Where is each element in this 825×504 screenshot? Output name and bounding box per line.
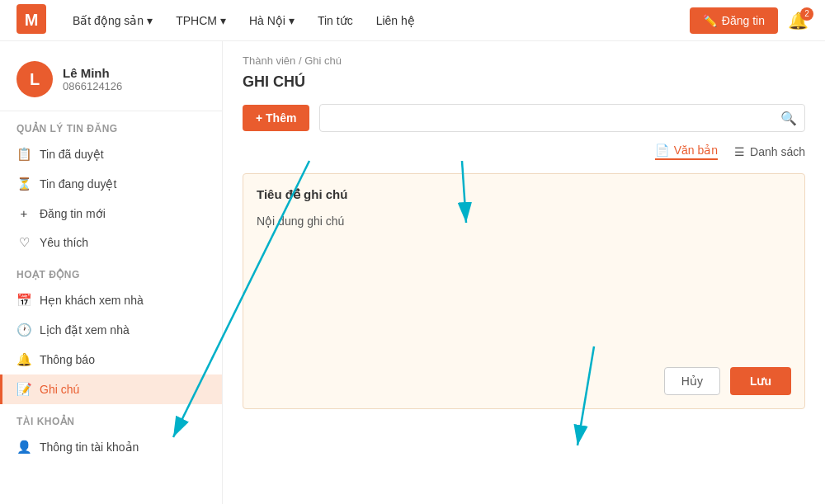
- user-details: Lê Minh 0866124126: [63, 66, 122, 92]
- list-icon: 📋: [16, 147, 31, 162]
- sidebar-item-hen-khach[interactable]: 📅 Hẹn khách xem nhà: [0, 285, 222, 315]
- view-van-ban[interactable]: 📄 Văn bản: [655, 144, 718, 160]
- notification-badge: 2: [800, 7, 813, 21]
- search-box: 🔍: [319, 104, 805, 132]
- cancel-button[interactable]: Hủy: [664, 367, 720, 395]
- edit-icon: ✏️: [703, 14, 717, 27]
- time-icon: 🕐: [16, 323, 31, 337]
- svg-text:M: M: [25, 11, 39, 29]
- breadcrumb-current: Ghi chú: [304, 54, 342, 67]
- bell-icon: 🔔: [16, 352, 31, 367]
- note-icon: 📝: [16, 382, 31, 397]
- plus-icon: +: [16, 206, 31, 220]
- main-nav: Bất động sản ▾ TPHCM ▾ Hà Nội ▾ Tin tức …: [63, 9, 690, 32]
- document-icon: 📄: [655, 144, 669, 157]
- sidebar-item-thong-bao[interactable]: 🔔 Thông báo: [0, 345, 222, 374]
- user-icon: 👤: [16, 440, 31, 455]
- header: M Bất động sản ▾ TPHCM ▾ Hà Nội ▾ Tin tứ…: [0, 0, 825, 41]
- main-layout: L Lê Minh 0866124126 QUẢN LÝ TIN ĐĂNG 📋 …: [0, 41, 825, 504]
- search-input[interactable]: [319, 104, 805, 132]
- sidebar-item-lich-dat[interactable]: 🕐 Lịch đặt xem nhà: [0, 315, 222, 345]
- nav-bat-dong-san[interactable]: Bất động sản ▾: [63, 9, 163, 32]
- list-view-icon: ☰: [734, 145, 745, 158]
- sidebar-item-yeu-thich[interactable]: ♡ Yêu thích: [0, 228, 222, 257]
- nav-tphcm[interactable]: TPHCM ▾: [166, 9, 236, 32]
- breadcrumb-parent: Thành viên: [243, 54, 295, 67]
- toolbar: + Thêm 🔍: [243, 104, 805, 132]
- add-button[interactable]: + Thêm: [243, 105, 309, 131]
- sidebar: L Lê Minh 0866124126 QUẢN LÝ TIN ĐĂNG 📋 …: [0, 41, 223, 504]
- header-actions: ✏️ Đăng tin 🔔 2: [690, 7, 808, 34]
- sidebar-item-ghi-chu[interactable]: 📝 Ghi chú: [0, 374, 222, 404]
- user-name: Lê Minh: [63, 66, 122, 80]
- nav-lien-he[interactable]: Liên hệ: [366, 9, 425, 32]
- avatar: L: [16, 61, 53, 97]
- user-info: L Lê Minh 0866124126: [0, 54, 222, 111]
- clock-icon: ⏳: [16, 177, 31, 191]
- breadcrumb: Thành viên / Ghi chú: [243, 54, 805, 67]
- view-danh-sach[interactable]: ☰ Danh sách: [734, 145, 805, 158]
- heart-icon: ♡: [16, 235, 31, 250]
- section-label-tai-khoan: TÀI KHOẢN: [0, 404, 222, 432]
- sidebar-item-dang-tin-moi[interactable]: + Đăng tin mới: [0, 199, 222, 228]
- note-footer: Hủy Lưu: [257, 357, 791, 395]
- section-label-hoat-dong: HOẠT ĐỘNG: [0, 257, 222, 285]
- notification-button[interactable]: 🔔 2: [788, 11, 808, 31]
- page-title: GHI CHÚ: [243, 73, 805, 91]
- save-button[interactable]: Lưu: [730, 367, 791, 395]
- sidebar-item-thong-tin-tai-khoan[interactable]: 👤 Thông tin tài khoản: [0, 432, 222, 462]
- note-content[interactable]: Nội dung ghi chú: [257, 212, 791, 344]
- logo[interactable]: M: [16, 4, 46, 36]
- nav-ha-noi[interactable]: Hà Nội ▾: [239, 9, 304, 32]
- sidebar-item-tin-dang-duyet[interactable]: ⏳ Tin đang duyệt: [0, 169, 222, 199]
- chevron-down-icon: ▾: [289, 14, 295, 27]
- chevron-down-icon: ▾: [147, 14, 153, 27]
- sidebar-item-tin-da-duyet[interactable]: 📋 Tin đã duyệt: [0, 139, 222, 169]
- nav-tin-tuc[interactable]: Tin tức: [308, 9, 363, 32]
- section-label-quan-ly: QUẢN LÝ TIN ĐĂNG: [0, 111, 222, 139]
- chevron-down-icon: ▾: [220, 14, 226, 27]
- user-phone: 0866124126: [63, 80, 122, 92]
- note-card: Tiêu đề ghi chú Nội dung ghi chú Hủy Lưu: [243, 173, 805, 409]
- main-content: Thành viên / Ghi chú GHI CHÚ + Thêm 🔍 📄 …: [223, 41, 825, 504]
- calendar-icon: 📅: [16, 293, 31, 308]
- view-toggle: 📄 Văn bản ☰ Danh sách: [243, 144, 805, 160]
- search-icon[interactable]: 🔍: [780, 111, 797, 126]
- register-button[interactable]: ✏️ Đăng tin: [690, 7, 778, 34]
- note-title: Tiêu đề ghi chú: [257, 187, 791, 202]
